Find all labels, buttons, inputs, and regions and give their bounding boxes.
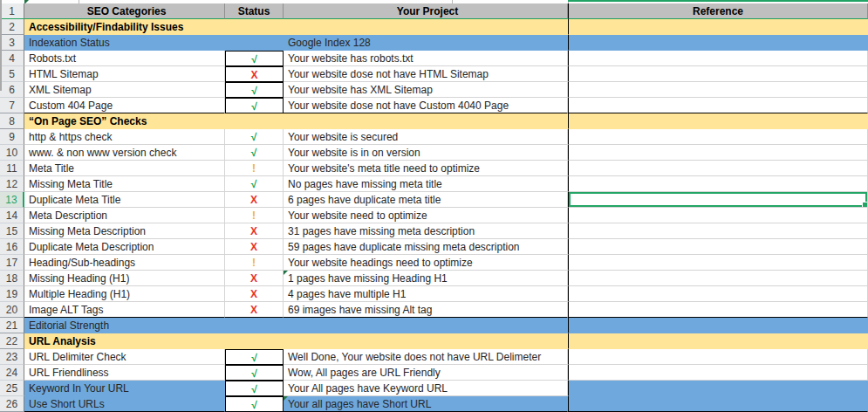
status-cell[interactable]: X bbox=[225, 223, 284, 239]
status-cell[interactable] bbox=[225, 333, 284, 349]
status-cell[interactable]: √ bbox=[225, 365, 284, 381]
project-cell[interactable] bbox=[284, 318, 568, 333]
status-cell[interactable]: X bbox=[225, 192, 284, 208]
row-number[interactable]: 12 bbox=[0, 176, 24, 192]
category-cell[interactable]: Missing Meta Title bbox=[24, 176, 225, 192]
project-cell[interactable]: Your website dose not have HTML Sitemap bbox=[284, 66, 568, 82]
reference-cell[interactable] bbox=[568, 239, 868, 255]
row-number[interactable]: 8 bbox=[0, 113, 24, 129]
row-number[interactable]: 5 bbox=[0, 66, 24, 82]
category-cell[interactable]: Heading/Sub-headings bbox=[24, 255, 225, 271]
status-cell[interactable] bbox=[225, 35, 284, 51]
reference-cell[interactable] bbox=[568, 286, 868, 302]
reference-cell[interactable] bbox=[568, 318, 868, 333]
row-number[interactable]: 21 bbox=[0, 318, 24, 333]
reference-cell[interactable] bbox=[568, 333, 868, 349]
reference-cell[interactable] bbox=[568, 208, 868, 223]
status-cell[interactable]: √ bbox=[225, 176, 284, 192]
project-cell[interactable] bbox=[284, 113, 568, 129]
project-cell[interactable]: Your website is in on version bbox=[284, 145, 568, 161]
row-number[interactable]: 16 bbox=[0, 239, 24, 255]
project-cell[interactable] bbox=[284, 19, 568, 35]
status-cell[interactable]: √ bbox=[225, 145, 284, 161]
project-cell[interactable]: Your All pages have Keyword URL bbox=[284, 381, 568, 396]
row-number[interactable]: 24 bbox=[0, 365, 24, 381]
category-cell[interactable]: “On Page SEO” Checks bbox=[24, 113, 225, 129]
status-cell[interactable]: √ bbox=[225, 51, 284, 66]
row-number[interactable]: 6 bbox=[0, 82, 24, 98]
reference-cell[interactable] bbox=[568, 223, 868, 239]
project-cell[interactable]: Your website has XML Sitemap bbox=[284, 82, 568, 98]
status-cell[interactable]: ! bbox=[225, 255, 284, 271]
category-cell[interactable]: Meta Description bbox=[24, 208, 225, 223]
reference-cell[interactable] bbox=[568, 349, 868, 365]
status-cell[interactable]: √ bbox=[225, 381, 284, 396]
row-number[interactable]: 2 bbox=[0, 19, 24, 35]
category-cell[interactable]: Custom 404 Page bbox=[24, 98, 225, 113]
row-number[interactable]: 3 bbox=[0, 35, 24, 51]
status-cell[interactable] bbox=[225, 113, 284, 129]
row-number[interactable]: 17 bbox=[0, 255, 24, 271]
status-cell[interactable]: X bbox=[225, 239, 284, 255]
project-cell[interactable]: Your all pages have Short URL bbox=[284, 396, 568, 412]
reference-cell[interactable] bbox=[568, 98, 868, 113]
reference-cell[interactable] bbox=[568, 396, 868, 412]
header-status[interactable]: Status bbox=[225, 3, 284, 19]
project-cell[interactable]: Google Index 128 bbox=[284, 35, 568, 51]
project-cell[interactable]: Your website is secured bbox=[284, 129, 568, 145]
project-cell[interactable]: 1 pages have missing Heading H1 bbox=[284, 271, 568, 286]
status-cell[interactable]: √ bbox=[225, 129, 284, 145]
row-number[interactable]: 14 bbox=[0, 208, 24, 223]
reference-cell[interactable] bbox=[568, 271, 868, 286]
reference-cell[interactable] bbox=[568, 255, 868, 271]
project-cell[interactable]: No pages have missing meta title bbox=[284, 176, 568, 192]
project-cell[interactable]: 59 pages have duplicate missing meta des… bbox=[284, 239, 568, 255]
status-cell[interactable]: ! bbox=[225, 208, 284, 223]
project-cell[interactable]: 31 pages have missing meta description bbox=[284, 223, 568, 239]
reference-cell[interactable] bbox=[568, 365, 868, 381]
status-cell[interactable] bbox=[225, 19, 284, 35]
row-number[interactable]: 18 bbox=[0, 271, 24, 286]
row-number[interactable]: 26 bbox=[0, 396, 24, 412]
reference-cell[interactable] bbox=[568, 82, 868, 98]
project-cell[interactable]: 4 pages have multiple H1 bbox=[284, 286, 568, 302]
category-cell[interactable]: URL Friendliness bbox=[24, 365, 225, 381]
category-cell[interactable]: Duplicate Meta Description bbox=[24, 239, 225, 255]
category-cell[interactable]: XML Sitemap bbox=[24, 82, 225, 98]
project-cell[interactable]: Your website has robots.txt bbox=[284, 51, 568, 66]
reference-cell[interactable] bbox=[568, 19, 868, 35]
status-cell[interactable] bbox=[225, 318, 284, 333]
selected-cell[interactable] bbox=[568, 192, 868, 208]
status-cell[interactable]: X bbox=[225, 286, 284, 302]
category-cell[interactable]: Robots.txt bbox=[24, 51, 225, 66]
row-number[interactable]: 10 bbox=[0, 145, 24, 161]
row-number[interactable]: 7 bbox=[0, 98, 24, 113]
project-cell[interactable]: Well Done, Your website does not have UR… bbox=[284, 349, 568, 365]
status-cell[interactable]: X bbox=[225, 271, 284, 286]
reference-cell[interactable] bbox=[568, 145, 868, 161]
project-cell[interactable]: Your website need to optimize bbox=[284, 208, 568, 223]
reference-cell[interactable] bbox=[568, 129, 868, 145]
status-cell[interactable]: X bbox=[225, 302, 284, 318]
reference-cell[interactable] bbox=[568, 113, 868, 129]
status-cell[interactable]: √ bbox=[225, 349, 284, 365]
row-number[interactable]: 13 bbox=[0, 192, 24, 208]
project-cell[interactable]: 69 images have missing Alt tag bbox=[284, 302, 568, 318]
reference-cell[interactable] bbox=[568, 51, 868, 66]
status-cell[interactable]: ! bbox=[225, 161, 284, 176]
category-cell[interactable]: Image ALT Tags bbox=[24, 302, 225, 318]
project-cell[interactable] bbox=[284, 333, 568, 349]
row-number[interactable]: 9 bbox=[0, 129, 24, 145]
category-cell[interactable]: Duplicate Meta Title bbox=[24, 192, 225, 208]
header-reference[interactable]: Reference bbox=[568, 3, 868, 19]
status-cell[interactable]: X bbox=[225, 66, 284, 82]
project-cell[interactable]: Wow, All pages are URL Friendly bbox=[284, 365, 568, 381]
row-number[interactable]: 1 bbox=[0, 3, 24, 19]
reference-cell[interactable] bbox=[568, 35, 868, 51]
row-number[interactable]: 25 bbox=[0, 381, 24, 396]
category-cell[interactable]: HTML Sitemap bbox=[24, 66, 225, 82]
reference-cell[interactable] bbox=[568, 176, 868, 192]
project-cell[interactable]: Your website dose not have Custom 4040 P… bbox=[284, 98, 568, 113]
reference-cell[interactable] bbox=[568, 302, 868, 318]
category-cell[interactable]: Meta Title bbox=[24, 161, 225, 176]
